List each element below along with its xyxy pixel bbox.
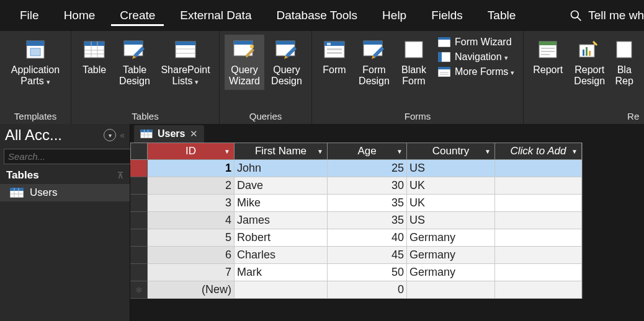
cell-firstname[interactable]: Charles [235,247,328,264]
cell-country[interactable]: US [407,212,495,229]
cell-age[interactable]: 45 [328,247,407,264]
cell-country[interactable]: US [407,160,495,177]
cell-firstname[interactable] [235,281,328,299]
row-selector[interactable] [130,177,148,195]
cell-empty[interactable] [495,247,582,264]
cell-firstname[interactable]: Mark [235,264,328,281]
form-button[interactable]: Form [317,35,352,78]
menu-fields[interactable]: Fields [423,5,472,26]
cell-firstname[interactable]: Dave [235,177,328,195]
row-selector[interactable] [130,264,148,281]
cell-age[interactable]: 40 [328,229,407,247]
new-record-row[interactable]: ✱(New)0 [130,281,644,299]
column-header-add[interactable]: Click to Add▼ [495,143,582,160]
menu-table[interactable]: Table [479,5,524,26]
table-row[interactable]: 4James35US [130,212,644,229]
table-row[interactable]: 5Robert40Germany [130,229,644,247]
menu-help[interactable]: Help [373,5,415,26]
cell-empty[interactable] [495,160,582,177]
cell-country[interactable]: Germany [407,247,495,264]
tell-me-search[interactable]: Tell me wh [566,9,644,22]
cell-age[interactable]: 35 [328,195,407,212]
nav-group-tables[interactable]: Tables ⊼ [0,167,130,184]
cell-age[interactable]: 35 [328,212,407,229]
row-selector[interactable] [130,247,148,264]
row-selector[interactable] [130,160,148,177]
blank-form-button[interactable]: Blank Form [396,35,431,90]
cell-country[interactable] [407,281,495,299]
report-design-button[interactable]: Report Design [570,35,609,90]
cell-empty[interactable] [495,281,582,299]
column-header-country[interactable]: Country▼ [407,143,495,160]
nav-search-input[interactable] [4,149,131,164]
cell-id[interactable]: (New) [148,281,235,299]
tab-close-icon[interactable]: ✕ [190,128,198,139]
cell-firstname[interactable]: Robert [235,229,328,247]
cell-id[interactable]: 3 [148,195,235,212]
application-parts-button[interactable]: Application Parts [5,35,66,90]
cell-id[interactable]: 6 [148,247,235,264]
menu-external-data[interactable]: External Data [171,5,260,26]
cell-country[interactable]: UK [407,177,495,195]
row-selector[interactable]: ✱ [130,281,148,299]
table-row[interactable]: 2Dave30UK [130,177,644,195]
table-row[interactable]: 3Mike35UK [130,195,644,212]
cell-id[interactable]: 1 [148,160,235,177]
select-all-cell[interactable] [130,143,148,160]
cell-age[interactable]: 0 [328,281,407,299]
dropdown-icon[interactable]: ▼ [224,148,230,155]
cell-id[interactable]: 2 [148,177,235,195]
sharepoint-lists-button[interactable]: SharePoint Lists [157,35,214,90]
column-header-age[interactable]: Age▼ [328,143,407,160]
blank-report-button[interactable]: Bla Rep [612,35,637,90]
datasheet-grid[interactable]: ID▼ First Name▼ Age▼ Country▼ Click to A… [130,143,644,299]
cell-empty[interactable] [495,212,582,229]
query-design-button[interactable]: Query Design [267,35,306,90]
nav-item-users[interactable]: Users [0,184,130,201]
menu-file[interactable]: File [11,5,48,26]
cell-firstname[interactable]: John [235,160,328,177]
cell-empty[interactable] [495,195,582,212]
cell-country[interactable]: Germany [407,229,495,247]
table-row[interactable]: 1John25US [130,160,644,177]
row-selector[interactable] [130,195,148,212]
cell-empty[interactable] [495,177,582,195]
row-selector[interactable] [130,229,148,247]
cell-id[interactable]: 5 [148,229,235,247]
cell-age[interactable]: 25 [328,160,407,177]
more-forms-button[interactable]: More Forms [437,66,514,78]
cell-firstname[interactable]: Mike [235,195,328,212]
cell-age[interactable]: 50 [328,264,407,281]
nav-dropdown-icon[interactable]: ▾ [104,129,116,141]
column-header-id[interactable]: ID▼ [148,143,235,160]
cell-id[interactable]: 7 [148,264,235,281]
dropdown-icon[interactable]: ▼ [571,148,578,155]
table-row[interactable]: 7Mark50Germany [130,264,644,281]
column-header-firstname[interactable]: First Name▼ [235,143,328,160]
cell-id[interactable]: 4 [148,212,235,229]
table-row[interactable]: 6Charles45Germany [130,247,644,264]
cell-firstname[interactable]: James [235,212,328,229]
cell-empty[interactable] [495,229,582,247]
menu-database-tools[interactable]: Database Tools [267,5,366,26]
dropdown-icon[interactable]: ▼ [317,148,323,155]
query-wizard-button[interactable]: Query Wizard [225,35,264,90]
table-button[interactable]: Table [76,35,112,78]
nav-collapse-icon[interactable]: « [120,130,125,140]
row-selector[interactable] [130,212,148,229]
cell-country[interactable]: Germany [407,264,495,281]
tab-users[interactable]: Users ✕ [134,125,204,143]
dropdown-icon[interactable]: ▼ [485,148,491,155]
cell-country[interactable]: UK [407,195,495,212]
nav-title[interactable]: All Acc... [5,126,100,144]
table-design-button[interactable]: Table Design [115,35,154,90]
cell-empty[interactable] [495,264,582,281]
form-design-button[interactable]: Form Design [354,35,394,90]
navigation-button[interactable]: Navigation [437,51,514,63]
form-wizard-button[interactable]: Form Wizard [437,36,514,48]
report-button[interactable]: Report [529,35,567,78]
menu-home[interactable]: Home [55,5,104,26]
menu-create[interactable]: Create [111,5,164,26]
dropdown-icon[interactable]: ▼ [396,148,403,155]
cell-age[interactable]: 30 [328,177,407,195]
